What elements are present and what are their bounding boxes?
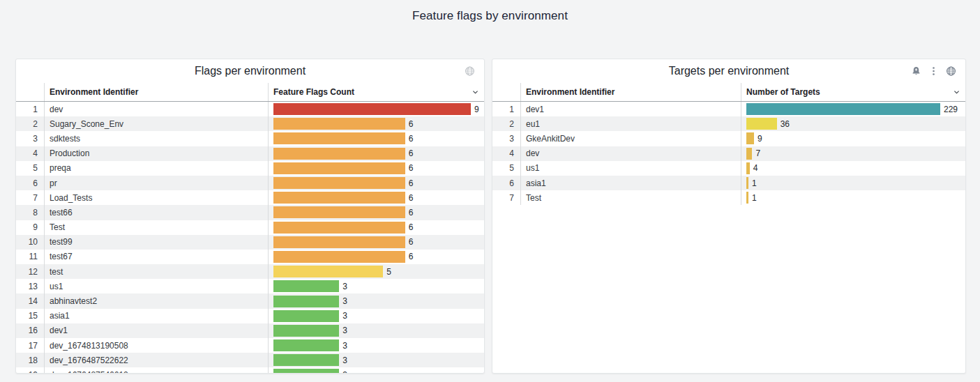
value-bar bbox=[746, 148, 752, 160]
row-index: 15 bbox=[16, 311, 44, 321]
value-bar bbox=[273, 236, 405, 248]
environment-name: test99 bbox=[44, 235, 268, 250]
globe-icon[interactable] bbox=[465, 66, 475, 77]
bar-cell: 7 bbox=[741, 146, 965, 161]
bar-cell: 6 bbox=[268, 220, 484, 235]
bar-cell: 229 bbox=[741, 102, 965, 116]
value-bar bbox=[273, 148, 405, 160]
value-bar bbox=[273, 354, 339, 366]
bar-cell: 3 bbox=[268, 279, 484, 293]
table-row: 18dev_16764875226223 bbox=[16, 353, 484, 367]
environment-name: Test bbox=[44, 220, 268, 235]
value-label: 3 bbox=[342, 341, 347, 351]
chevron-down-icon[interactable] bbox=[472, 89, 479, 96]
value-bar bbox=[273, 103, 471, 115]
value-bar bbox=[273, 132, 405, 144]
value-label: 1 bbox=[752, 178, 757, 188]
panel-icons bbox=[911, 66, 956, 77]
bar-cell: 3 bbox=[268, 338, 484, 353]
column-header-environment-identifier[interactable]: Environment Identifier bbox=[44, 83, 268, 101]
value-label: 6 bbox=[409, 178, 414, 188]
value-label: 6 bbox=[409, 252, 414, 261]
column-header-environment-identifier[interactable]: Environment Identifier bbox=[520, 83, 741, 101]
bar-cell: 1 bbox=[741, 176, 965, 190]
environment-name: test67 bbox=[44, 250, 268, 264]
environment-name: dev bbox=[520, 146, 741, 161]
value-label: 6 bbox=[409, 193, 414, 203]
chevron-down-icon[interactable] bbox=[953, 89, 960, 96]
value-label: 3 bbox=[342, 311, 347, 321]
environment-name: dev_1676487522622 bbox=[44, 353, 268, 367]
table-row: 6asia11 bbox=[492, 176, 965, 190]
value-label: 9 bbox=[474, 105, 479, 114]
value-bar bbox=[273, 325, 339, 337]
value-bar bbox=[273, 296, 339, 307]
bell-plus-icon[interactable] bbox=[911, 66, 921, 77]
environment-name: us1 bbox=[44, 279, 268, 293]
row-index: 19 bbox=[16, 370, 44, 373]
value-label: 3 bbox=[342, 282, 347, 291]
panel-title[interactable]: Flags per environment bbox=[195, 65, 306, 77]
table-row: 10test996 bbox=[16, 235, 484, 250]
column-header-feature-flags-count[interactable]: Feature Flags Count bbox=[268, 83, 484, 101]
bar-cell: 6 bbox=[268, 176, 484, 190]
value-bar bbox=[273, 206, 405, 218]
bar-cell: 6 bbox=[268, 161, 484, 176]
bar-cell: 6 bbox=[268, 131, 484, 146]
row-index: 11 bbox=[16, 252, 44, 261]
value-bar bbox=[746, 162, 750, 174]
bar-cell: 6 bbox=[268, 190, 484, 205]
value-label: 6 bbox=[409, 119, 414, 129]
value-bar bbox=[273, 266, 383, 277]
value-label: 229 bbox=[944, 105, 958, 114]
row-index: 1 bbox=[16, 105, 44, 114]
bar-cell: 3 bbox=[268, 367, 484, 373]
bar-cell: 6 bbox=[268, 205, 484, 220]
table-row: 3sdktests6 bbox=[16, 131, 484, 146]
row-index: 10 bbox=[16, 237, 44, 247]
kebab-menu-icon[interactable] bbox=[928, 66, 939, 77]
bar-cell: 36 bbox=[741, 116, 965, 131]
panel-title[interactable]: Targets per environment bbox=[669, 65, 790, 77]
globe-icon[interactable] bbox=[946, 66, 956, 77]
table-row: 12test5 bbox=[16, 264, 484, 279]
table-row: 19dev_16764875466123 bbox=[16, 367, 484, 373]
environment-name: dev1 bbox=[520, 102, 741, 116]
value-label: 36 bbox=[781, 119, 790, 129]
environment-name: Load_Tests bbox=[44, 190, 268, 205]
table-row: 11test676 bbox=[16, 250, 484, 264]
environment-name: test66 bbox=[44, 205, 268, 220]
value-label: 9 bbox=[757, 134, 762, 144]
table-header: Environment Identifier Number of Targets bbox=[492, 83, 965, 102]
value-label: 6 bbox=[409, 237, 414, 247]
value-bar bbox=[273, 162, 405, 174]
table-row: 2Sugary_Scone_Env6 bbox=[16, 116, 484, 131]
table-row: 4Production6 bbox=[16, 146, 484, 161]
column-header-number-of-targets[interactable]: Number of Targets bbox=[741, 83, 965, 101]
value-bar bbox=[746, 192, 748, 204]
table-row: 1dev9 bbox=[16, 102, 484, 116]
value-bar bbox=[273, 192, 405, 204]
row-index: 2 bbox=[492, 119, 520, 129]
environment-name: sdktests bbox=[44, 131, 268, 146]
environment-name: preqa bbox=[44, 161, 268, 176]
panel-header: Flags per environment bbox=[16, 59, 484, 83]
bar-cell: 1 bbox=[741, 190, 965, 205]
value-label: 1 bbox=[752, 193, 757, 203]
row-index: 14 bbox=[16, 296, 44, 306]
bar-cell: 3 bbox=[268, 293, 484, 308]
row-index: 16 bbox=[16, 326, 44, 335]
environment-name: asia1 bbox=[44, 309, 268, 323]
row-index: 18 bbox=[16, 356, 44, 365]
value-bar bbox=[273, 177, 405, 189]
bar-cell: 3 bbox=[268, 309, 484, 323]
table-row: 14abhinavtest23 bbox=[16, 293, 484, 308]
row-index: 7 bbox=[16, 193, 44, 203]
row-index: 4 bbox=[492, 148, 520, 158]
environment-name: GkeAnkitDev bbox=[520, 131, 741, 146]
value-label: 6 bbox=[409, 134, 414, 144]
value-label: 5 bbox=[386, 267, 391, 277]
row-index: 9 bbox=[16, 222, 44, 232]
bar-cell: 9 bbox=[268, 102, 484, 116]
value-bar bbox=[746, 103, 940, 115]
